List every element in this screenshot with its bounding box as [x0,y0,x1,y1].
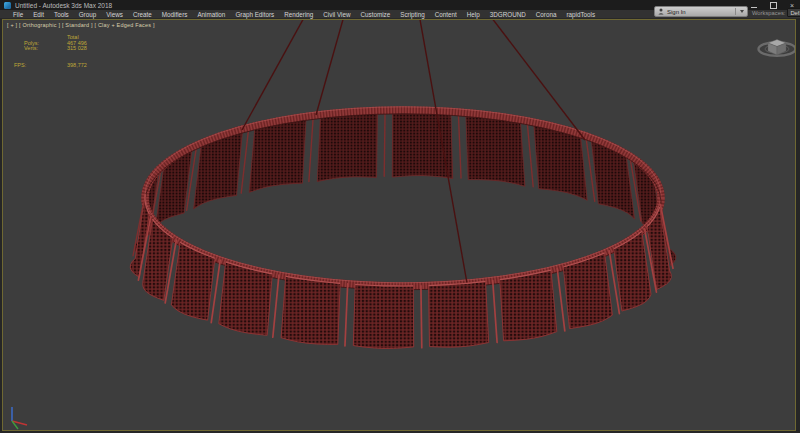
menu-item-animation[interactable]: Animation [197,11,225,18]
scene-canvas[interactable] [3,20,795,430]
menu-item-help[interactable]: Help [467,11,480,18]
app-icon [4,2,11,9]
menu-item-rapidtools[interactable]: rapidTools [566,11,595,18]
chandelier-far-panels [133,110,676,266]
chevron-down-icon[interactable] [740,10,744,13]
menu-item-corona[interactable]: Corona [536,11,557,18]
menu-item-3dground[interactable]: 3DGROUND [490,11,526,18]
menu-item-rendering[interactable]: Rendering [284,11,313,18]
stats-verts-label: Verts: [24,45,38,51]
menu-item-scripting[interactable]: Scripting [400,11,425,18]
menu-item-civil-view[interactable]: Civil View [323,11,350,18]
menu-item-content[interactable]: Content [435,11,457,18]
stats-fps-value: 398,772 [67,62,87,68]
viewport[interactable]: [ + ] [ Orthographic ] [ Standard ] [ Cl… [2,19,796,431]
menu-item-views[interactable]: Views [106,11,123,18]
menu-item-customize[interactable]: Customize [361,11,391,18]
menu-item-create[interactable]: Create [133,11,152,18]
menu-item-group[interactable]: Group [79,11,97,18]
workspaces-label: Workspaces: [752,10,785,16]
menu-item-modifiers[interactable]: Modifiers [162,11,188,18]
divider [735,8,736,15]
stats-verts-value: 315 028 [67,45,87,51]
workspaces-control: Workspaces: Default [752,8,800,17]
menu-item-tools[interactable]: Tools [54,11,69,18]
menubar-items: FileEditToolsGroupViewsCreateModifiersAn… [13,11,605,18]
stats-fps-label: FPS: [14,62,26,68]
stats-fps-row: FPS: 398,772 [3,62,203,68]
viewport-label[interactable]: [ + ] [ Orthographic ] [ Standard ] [ Cl… [7,22,155,28]
menu-item-edit[interactable]: Edit [33,11,44,18]
sign-in-label: Sign In [667,9,686,15]
menu-item-graph-editors[interactable]: Graph Editors [235,11,274,18]
3dsmax-window: { "window": { "title": "Untitled - Autod… [0,0,800,433]
sign-in-button[interactable]: Sign In [654,6,748,17]
workspaces-dropdown[interactable]: Default [787,8,800,17]
window-title: Untitled - Autodesk 3ds Max 2018 [15,2,112,9]
axis-gizmo [12,407,27,429]
workspaces-value: Default [790,10,800,16]
stats-verts-row: Verts: 315 028 [3,45,203,51]
viewcube [759,40,796,56]
chandelier-near-panels [130,194,673,348]
menu-item-file[interactable]: File [13,11,23,18]
user-icon [658,8,664,15]
